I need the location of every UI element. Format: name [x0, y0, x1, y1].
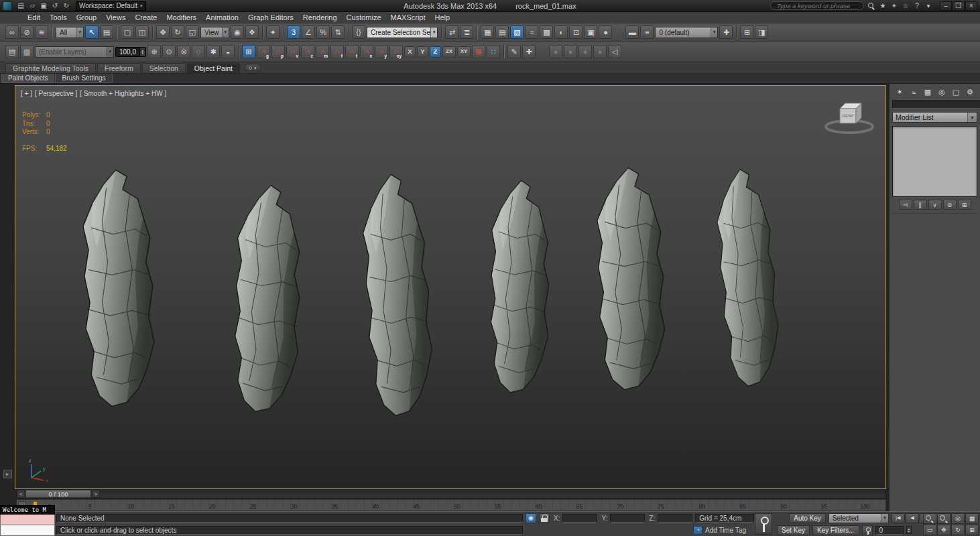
window-crossing-toggle-icon[interactable]: ◫ — [135, 25, 149, 39]
viewport-shading-menu[interactable]: [ Smooth + Highlights + HW ] — [80, 90, 166, 97]
current-frame-field[interactable] — [875, 526, 904, 535]
menu-item[interactable]: Customize — [342, 13, 386, 22]
key-mode-toggle-button[interactable] — [862, 525, 873, 535]
menu-item[interactable]: Edit — [23, 13, 45, 22]
material-editor-icon[interactable]: ◐ — [554, 25, 568, 39]
edit-named-selection-sets-icon[interactable]: {} — [352, 25, 365, 39]
modifier-list-dropdown[interactable]: Modifier List ▼ — [892, 112, 977, 123]
menu-item[interactable]: Graph Editors — [243, 13, 298, 22]
speaker-icon[interactable]: ◁ — [608, 45, 621, 58]
menu-item[interactable]: Views — [101, 13, 130, 22]
ribbon-tab[interactable]: Object Paint — [187, 63, 240, 73]
curve-editor-icon[interactable]: ≈ — [525, 25, 538, 39]
utilities-tab-icon[interactable]: ⚙ — [964, 86, 976, 98]
keyword-search-field[interactable] — [770, 1, 864, 10]
selection-filter-dropdown[interactable]: All ▾ — [56, 27, 84, 38]
rock-model[interactable] — [486, 180, 553, 394]
ribbon-tab[interactable]: Selection — [142, 63, 186, 73]
menu-item[interactable]: Tools — [45, 13, 72, 22]
zoom-extents-icon[interactable]: ◎ — [951, 513, 965, 524]
set-key-button[interactable]: Set Key — [777, 525, 810, 535]
percent-snap-toggle-icon[interactable]: % ∩ — [316, 25, 330, 39]
percent-spinner[interactable]: 100,0 ▴ ▾ — [115, 47, 146, 57]
viewcube[interactable]: FRONT — [821, 96, 877, 135]
run-script-icon[interactable]: ✚ — [522, 45, 536, 58]
select-objects-in-layer-icon[interactable]: ◨ — [755, 25, 768, 39]
select-object-icon[interactable]: ↖ — [85, 25, 99, 39]
remove-modifier-icon[interactable]: ⊘ — [943, 200, 957, 210]
ribbon-tab[interactable]: Graphite Modeling Tools — [5, 63, 96, 73]
set-keys-button[interactable] — [755, 513, 772, 535]
menu-item[interactable]: Modifiers — [162, 13, 201, 22]
manage-layers-icon[interactable]: ▤ — [495, 25, 509, 39]
previous-frame-arrow[interactable]: < — [17, 490, 25, 498]
communication-center-icon[interactable]: ✴ — [889, 1, 900, 11]
toggle-scene-explorer-icon[interactable]: ▦ — [481, 25, 494, 39]
select-and-rotate-icon[interactable]: ↻ — [171, 25, 184, 39]
snap-tangent-icon[interactable]: ∩ t — [345, 45, 359, 58]
snap-to-frozen-icon[interactable]: ⊞ — [472, 45, 485, 58]
bind-to-space-warp-icon[interactable]: ≋ — [35, 25, 48, 39]
help-caret-icon[interactable]: ▾ — [923, 1, 934, 11]
render-setup-icon[interactable]: ⊡ — [569, 25, 583, 39]
configure-modifier-sets-icon[interactable]: ⊞ — [958, 200, 971, 210]
pin-stack-icon[interactable]: ⊣ — [899, 200, 912, 210]
maximize-viewport-toggle-icon[interactable]: ⊞ — [965, 525, 979, 535]
restrict-to-y-icon[interactable]: Y — [417, 46, 428, 58]
welcome-window-title[interactable]: Welcome to M — [0, 505, 55, 515]
open-file-icon[interactable]: ▱ — [27, 1, 38, 11]
modifier-stack[interactable] — [892, 126, 977, 197]
ribbon-subtab[interactable]: Brush Settings — [55, 74, 112, 83]
hierarchy-tab-icon[interactable]: ▦ — [922, 86, 934, 98]
viewport-layout-tabs-button[interactable]: ▸ — [3, 470, 12, 478]
render-layer-icon[interactable]: ◒ — [221, 45, 235, 58]
search-input[interactable] — [776, 1, 859, 10]
rock-model[interactable] — [83, 170, 154, 407]
zoom-icon[interactable] — [923, 513, 936, 524]
disabled-tool-icon[interactable]: ● — [578, 45, 592, 58]
new-script-icon[interactable]: ✎ — [507, 45, 521, 58]
favorites-icon[interactable]: ☆ — [900, 1, 911, 11]
create-new-layer-icon[interactable]: ✚ — [719, 25, 733, 39]
select-and-scale-icon[interactable]: ◱ — [186, 25, 199, 39]
snap-endpoint-icon[interactable]: ∩ e — [301, 45, 314, 58]
create-tab-icon[interactable]: ✶ — [894, 86, 906, 98]
make-unique-icon[interactable]: ∨ — [928, 200, 942, 210]
restrict-to-zx-plane-icon[interactable]: ZX — [442, 46, 456, 58]
ribbon-subtab[interactable]: Paint Objects — [1, 74, 54, 83]
freeze-layer-icon[interactable]: ✱ — [206, 45, 220, 58]
x-coordinate-field[interactable] — [562, 514, 597, 523]
snap-xy-plane-icon[interactable]: ∩ xy — [389, 45, 403, 58]
snaps-use-axis-constraints-icon[interactable]: ⊞ — [242, 45, 255, 58]
snap-pivot-icon[interactable]: ∩ p — [271, 45, 285, 58]
add-selection-to-layer-icon[interactable]: ⊞ — [740, 25, 753, 39]
isolate-selection-toggle[interactable]: ◉ — [526, 513, 536, 523]
named-selections-list-icon[interactable]: ≡ — [640, 25, 654, 39]
undo-icon[interactable]: ↺ — [50, 1, 60, 11]
modify-tab-icon[interactable]: ≈ — [908, 86, 920, 98]
go-to-start-button[interactable]: |◀ — [892, 513, 905, 523]
disabled-tool-icon[interactable]: ● — [549, 45, 562, 58]
graphite-ribbon-toggle-icon[interactable]: ▧ — [510, 25, 524, 39]
snap-x-axis-icon[interactable]: ∩ x — [360, 45, 373, 58]
rendered-frame-window-icon[interactable]: ▣ — [584, 25, 597, 39]
ribbon-tab[interactable]: Freeform — [97, 63, 141, 73]
named-selection-sets-combo[interactable]: Create Selection Se ▾ — [367, 27, 438, 38]
disabled-tool-icon[interactable]: ● — [564, 45, 577, 58]
next-frame-arrow[interactable]: > — [92, 490, 100, 498]
macro-recorder-strip[interactable] — [0, 515, 55, 525]
display-tab-icon[interactable]: ▢ — [950, 86, 962, 98]
menu-item[interactable]: Help — [430, 13, 455, 22]
snap-face-icon[interactable]: ∩ f — [330, 45, 344, 58]
disabled-tool-icon[interactable]: ● — [593, 45, 607, 58]
snaps-toggle-3d-icon[interactable]: 3 ∩ — [287, 25, 300, 39]
restrict-to-x-icon[interactable]: X — [404, 46, 416, 58]
viewport-general-menu[interactable]: [ + ] — [21, 90, 32, 97]
select-and-link-icon[interactable]: ∞ — [5, 25, 19, 39]
key-filters-button[interactable]: Key Filters... — [812, 525, 859, 535]
select-by-name-icon[interactable]: ▤ — [100, 25, 113, 39]
zoom-extents-all-icon[interactable]: ▦ — [965, 513, 979, 524]
track-bar[interactable]: 0510152025303540455055606570758085909510… — [16, 499, 886, 511]
layers-dropdown[interactable]: (Enable Layers) ▾ — [35, 46, 114, 58]
align-icon[interactable]: ≣ — [460, 25, 473, 39]
